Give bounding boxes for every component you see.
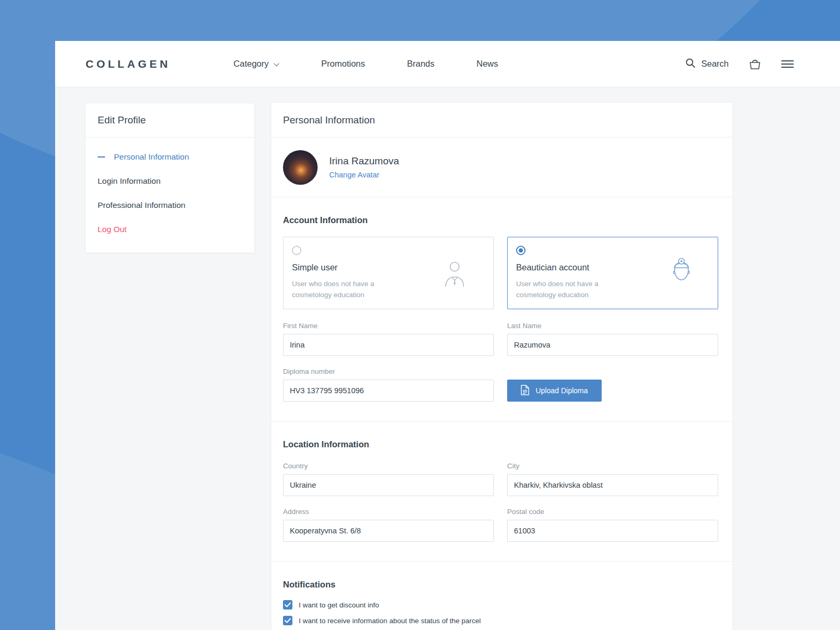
- sidebar-item-label: Login Information: [98, 176, 161, 186]
- field-label: Last Name: [507, 322, 718, 330]
- personal-information-card: Personal Information Irina Razumova Chan…: [271, 103, 732, 630]
- first-name-input[interactable]: [283, 334, 494, 356]
- profile-info: Irina Razumova Change Avatar: [329, 155, 399, 179]
- search-button[interactable]: Search: [685, 58, 729, 70]
- chevron-down-icon: [274, 59, 279, 69]
- nav-item-label: News: [477, 59, 498, 69]
- location-information-section: Location Information Country City Addres…: [271, 422, 732, 562]
- checkbox-label: I want to get discount info: [299, 601, 379, 609]
- header-actions: Search: [685, 58, 840, 70]
- profile-name: Irina Razumova: [329, 155, 399, 167]
- page: COLLAGEN Category Promotions Brands News: [55, 41, 840, 630]
- avatar: [283, 150, 318, 185]
- main-nav: Category Promotions Brands News: [234, 59, 498, 69]
- address-input[interactable]: [283, 520, 494, 542]
- address-postal-row: Address Postal code: [283, 508, 721, 542]
- nav-item-label: Promotions: [321, 59, 365, 69]
- country-input[interactable]: [283, 474, 494, 496]
- nav-item-label: Brands: [407, 59, 434, 69]
- search-label: Search: [701, 59, 729, 69]
- postal-code-field: Postal code: [507, 508, 718, 542]
- sidebar-list: Personal Information Login Information P…: [86, 138, 254, 253]
- field-label: City: [507, 462, 718, 470]
- account-type-beautician[interactable]: Beautician account User who does not hav…: [507, 237, 718, 309]
- account-type-cards: Simple user User who does not have a cos…: [283, 237, 721, 309]
- section-title: Notifications: [283, 580, 721, 590]
- checkbox-checked-icon[interactable]: [283, 600, 292, 610]
- sidebar-item-log-out[interactable]: Log Out: [98, 225, 242, 234]
- upload-diploma-label: Upload Diploma: [536, 386, 588, 395]
- nav-item-news[interactable]: News: [477, 59, 498, 69]
- checkbox-label: I want to receive information about the …: [299, 617, 481, 625]
- discount-info-option[interactable]: I want to get discount info: [283, 600, 721, 610]
- account-information-section: Account Information Simple user User who…: [271, 197, 732, 422]
- sidebar-item-personal-information[interactable]: Personal Information: [98, 152, 242, 162]
- account-type-description: User who does not have a cosmetology edu…: [516, 278, 621, 300]
- site-header: COLLAGEN Category Promotions Brands News: [55, 41, 840, 87]
- account-type-simple-user[interactable]: Simple user User who does not have a cos…: [283, 237, 494, 309]
- name-fields-row: First Name Last Name: [283, 322, 721, 356]
- beautician-icon: [669, 256, 694, 289]
- nav-item-category[interactable]: Category: [234, 59, 279, 69]
- field-label: Address: [283, 508, 494, 516]
- notifications-section: Notifications I want to get discount inf…: [271, 562, 732, 630]
- first-name-field: First Name: [283, 322, 494, 356]
- field-label: Country: [283, 462, 494, 470]
- section-title: Account Information: [283, 215, 721, 225]
- sidebar-item-label: Professional Information: [98, 201, 185, 210]
- logo[interactable]: COLLAGEN: [86, 58, 171, 70]
- edit-profile-sidebar: Edit Profile Personal Information Login …: [86, 103, 254, 253]
- active-item-dash-icon: [98, 156, 105, 158]
- last-name-input[interactable]: [507, 334, 718, 356]
- search-icon: [685, 58, 696, 70]
- diploma-row: Diploma number Upload Diploma: [283, 368, 721, 402]
- sidebar-title: Edit Profile: [86, 103, 254, 138]
- nav-item-brands[interactable]: Brands: [407, 59, 434, 69]
- simple-user-icon: [443, 260, 466, 290]
- postal-code-input[interactable]: [507, 520, 718, 542]
- city-input[interactable]: [507, 474, 718, 496]
- address-field: Address: [283, 508, 494, 542]
- profile-row: Irina Razumova Change Avatar: [271, 138, 732, 197]
- field-label: Diploma number: [283, 368, 494, 375]
- checkbox-checked-icon[interactable]: [283, 616, 292, 625]
- page-title: Personal Information: [271, 103, 732, 138]
- parcel-status-option[interactable]: I want to receive information about the …: [283, 616, 721, 625]
- diploma-number-field: Diploma number: [283, 368, 494, 402]
- upload-diploma-button[interactable]: Upload Diploma: [507, 380, 602, 402]
- field-label: Postal code: [507, 508, 718, 516]
- nav-item-promotions[interactable]: Promotions: [321, 59, 365, 69]
- sidebar-item-label: Log Out: [98, 225, 127, 234]
- nav-item-label: Category: [234, 59, 269, 69]
- sidebar-item-login-information[interactable]: Login Information: [98, 176, 242, 186]
- change-avatar-link[interactable]: Change Avatar: [329, 171, 399, 179]
- menu-icon[interactable]: [781, 60, 794, 68]
- city-field: City: [507, 462, 718, 496]
- last-name-field: Last Name: [507, 322, 718, 356]
- sidebar-item-professional-information[interactable]: Professional Information: [98, 201, 242, 210]
- diploma-number-input[interactable]: [283, 380, 494, 402]
- radio-unselected-icon[interactable]: [292, 246, 301, 255]
- account-type-description: User who does not have a cosmetology edu…: [292, 278, 397, 300]
- basket-icon[interactable]: [749, 58, 761, 70]
- country-city-row: Country City: [283, 462, 721, 496]
- section-title: Location Information: [283, 439, 721, 449]
- document-icon: [521, 385, 529, 397]
- sidebar-item-label: Personal Information: [114, 152, 189, 162]
- country-field: Country: [283, 462, 494, 496]
- radio-selected-icon[interactable]: [516, 246, 526, 255]
- field-label: First Name: [283, 322, 494, 330]
